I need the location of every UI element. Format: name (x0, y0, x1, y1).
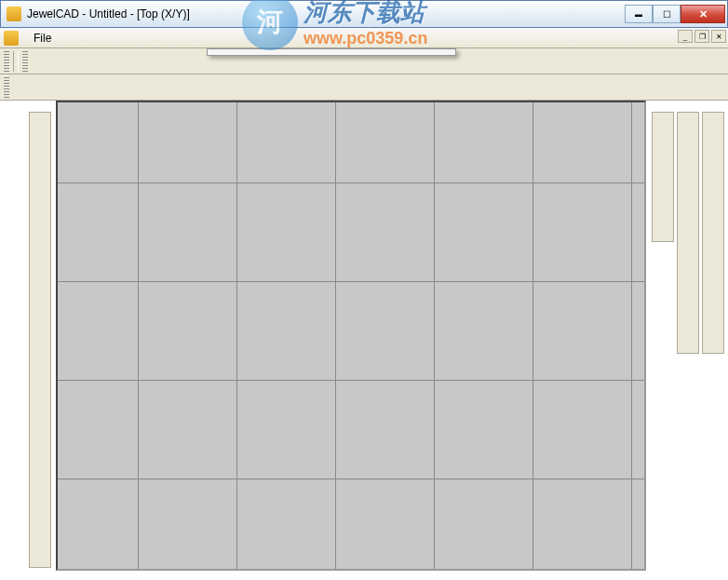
app-icon (7, 7, 21, 21)
toolbar-secondary (0, 74, 728, 101)
viewport[interactable] (56, 101, 646, 571)
grid (58, 102, 644, 569)
titlebar: JewelCAD - Untitled - [Top (X/Y)] (0, 0, 728, 28)
left-toolbar (29, 112, 51, 568)
window-controls (625, 5, 725, 23)
mdi-minimize-button[interactable]: _ (678, 30, 693, 43)
mdi-close-button[interactable]: ✕ (711, 30, 726, 43)
toolbar-grip[interactable] (22, 51, 28, 72)
mdi-restore-button[interactable]: ❐ (694, 30, 709, 43)
menubar: File _ ❐ ✕ (0, 28, 728, 48)
menu-file[interactable]: File (24, 30, 61, 47)
close-button[interactable] (681, 5, 725, 23)
minimize-button[interactable] (625, 5, 653, 23)
deform-menu-dropdown (207, 48, 456, 56)
right-toolbar-2 (677, 112, 699, 354)
toolbar-grip[interactable] (4, 77, 9, 98)
right-toolbar-3 (702, 112, 724, 354)
maximize-button[interactable] (653, 5, 681, 23)
toolbar-grip[interactable] (4, 51, 9, 72)
window-title: JewelCAD - Untitled - [Top (X/Y)] (27, 7, 625, 20)
right-toolbar-1 (652, 112, 674, 242)
doc-icon (4, 31, 19, 46)
